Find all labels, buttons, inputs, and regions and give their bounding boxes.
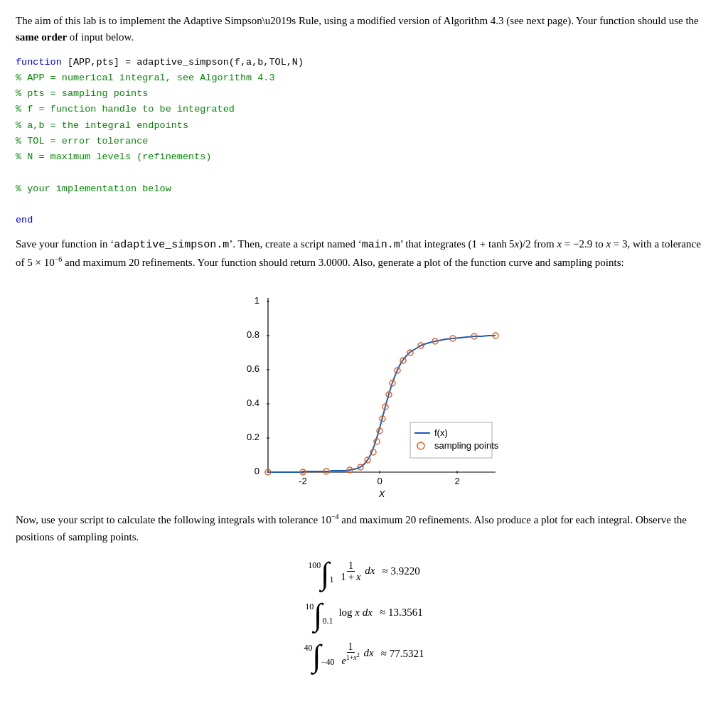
integral-1: 100 ∫ 1 11 + x dx ≈ 3.9220: [308, 555, 419, 587]
integral1-integrand: 11 + x dx: [339, 560, 375, 583]
integral1-lower: 1: [329, 575, 333, 584]
integrals-section: 100 ∫ 1 11 + x dx ≈ 3.9220 10 ∫ 0.1 log …: [16, 555, 712, 669]
code-block: function [APP,pts] = adaptive_simpson(f,…: [16, 55, 712, 229]
integral2-symbol: ∫: [314, 599, 322, 631]
integral1-result: ≈ 3.9220: [382, 565, 419, 577]
svg-text:0: 0: [377, 476, 382, 486]
integral2-integrand: log x dx: [338, 607, 373, 619]
svg-text:0.4: 0.4: [247, 397, 259, 408]
integral1-upper: 100: [308, 560, 321, 570]
svg-text:f(x): f(x): [434, 427, 448, 438]
integral2-result: ≈ 13.3561: [380, 607, 423, 619]
integral3-symbol: ∫: [313, 641, 321, 672]
svg-text:sampling points: sampling points: [434, 440, 499, 451]
filename2: main.m: [362, 239, 400, 251]
integral3-upper: 40: [304, 643, 313, 653]
function-chart: 1 0.8 0.6 0.4 0.2 0 -2 0 2 X: [211, 284, 517, 504]
svg-text:1: 1: [255, 295, 259, 306]
filename1: adaptive_simpson.m: [114, 239, 229, 251]
intro-paragraph: The aim of this lab is to implement the …: [16, 13, 712, 46]
integral2-upper: 10: [305, 602, 314, 611]
bottom-paragraph: Now, use your script to calculate the fo…: [16, 511, 712, 545]
integral3-result: ≈ 77.5321: [381, 648, 424, 660]
chart-container: 1 0.8 0.6 0.4 0.2 0 -2 0 2 X: [16, 284, 712, 504]
integral2-lower: 0.1: [322, 616, 333, 626]
intro-text-part1: The aim of this lab is to implement the …: [16, 15, 699, 26]
svg-text:0: 0: [255, 466, 259, 476]
svg-text:2: 2: [454, 476, 459, 486]
integral-3: 40 ∫ −40 1 e1+x2 dx ≈ 77.5321: [304, 638, 424, 669]
svg-text:0.8: 0.8: [247, 329, 259, 340]
middle-paragraph: Save your function in ‘adaptive_simpson.…: [16, 235, 712, 271]
svg-text:X: X: [378, 488, 386, 499]
intro-text-part2: of input below.: [67, 31, 134, 43]
svg-text:0.2: 0.2: [247, 432, 259, 442]
svg-text:0.6: 0.6: [247, 363, 259, 374]
integral1-symbol: ∫: [321, 558, 329, 589]
integral3-integrand: 1 e1+x2 dx: [340, 641, 373, 667]
integral3-lower: −40: [321, 657, 335, 667]
integral-2: 10 ∫ 0.1 log x dx ≈ 13.3561: [305, 597, 422, 628]
svg-text:-2: -2: [299, 476, 307, 486]
intro-bold: same order: [16, 31, 67, 43]
